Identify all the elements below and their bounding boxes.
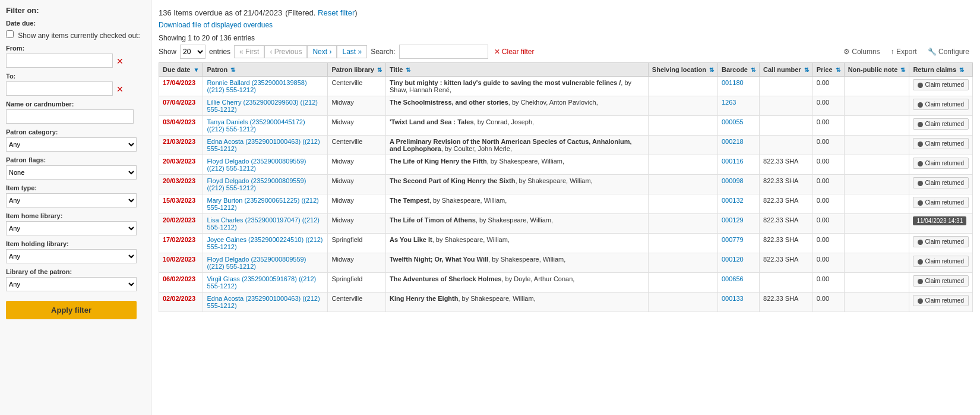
next-page-button[interactable]: Next › xyxy=(307,45,337,58)
barcode-link[interactable]: 000779 xyxy=(722,236,744,243)
last-page-button[interactable]: Last » xyxy=(337,45,367,58)
shelving-location-cell xyxy=(648,116,717,136)
reset-filter-link[interactable]: Reset filter xyxy=(318,8,355,17)
non-public-note-cell xyxy=(844,293,909,312)
title-cell: A Preliminary Revision of the North Amer… xyxy=(385,136,648,155)
date-due-group: Date due: xyxy=(6,20,145,27)
barcode-link[interactable]: 000656 xyxy=(722,275,744,282)
patron-link[interactable]: Virgil Glass (23529000591678) ((212) 555… xyxy=(207,275,316,290)
export-button[interactable]: ↑ Export xyxy=(887,46,921,58)
claim-returned-button[interactable]: Claim returned xyxy=(913,158,969,169)
show-checked-out-checkbox[interactable] xyxy=(6,30,14,38)
patron-link[interactable]: Floyd Delgado (23529000809559) ((212) 55… xyxy=(207,256,306,270)
col-title[interactable]: Title ⇅ xyxy=(385,63,648,77)
clear-filter-button[interactable]: ✕ Clear filter xyxy=(492,46,537,57)
patron-link[interactable]: Floyd Delgado (23529000809559) ((212) 55… xyxy=(207,177,306,191)
claim-returned-button[interactable]: Claim returned xyxy=(913,138,969,149)
previous-page-button[interactable]: ‹ Previous xyxy=(264,45,307,58)
show-select[interactable]: 20 50 100 xyxy=(180,45,206,59)
download-link[interactable]: Download file of displayed overdues xyxy=(159,21,973,29)
library-patron-group: Library of the patron: Any xyxy=(6,268,145,291)
table-row: 20/03/2023Floyd Delgado (23529000809559)… xyxy=(159,155,973,175)
shelving-location-cell xyxy=(648,96,717,116)
table-row: 15/03/2023Mary Burton (23529000651225) (… xyxy=(159,194,973,214)
barcode-link[interactable]: 000132 xyxy=(722,197,744,204)
barcode-link[interactable]: 000120 xyxy=(722,256,744,263)
col-call-number[interactable]: Call number ⇅ xyxy=(760,63,813,77)
col-shelving-location[interactable]: Shelving location ⇅ xyxy=(648,63,717,77)
call-number-cell: 822.33 SHA xyxy=(760,253,813,273)
main-content: 136 Items overdue as of 21/04/2023 (Filt… xyxy=(151,0,980,415)
col-non-public-note[interactable]: Non-public note ⇅ xyxy=(844,63,909,77)
from-clear-button[interactable]: ✕ xyxy=(115,56,125,66)
patron-link[interactable]: Ronnie Ballard (23529000139858) ((212) 5… xyxy=(207,79,306,93)
claim-returned-button[interactable]: Claim returned xyxy=(913,177,969,188)
apply-filter-button[interactable]: Apply filter xyxy=(6,301,137,319)
search-input[interactable] xyxy=(399,45,488,59)
table-row: 02/02/2023Edna Acosta (23529001000463) (… xyxy=(159,293,973,312)
library-patron-select[interactable]: Any xyxy=(6,277,137,291)
item-holding-library-select[interactable]: Any xyxy=(6,249,137,263)
pagination: « First ‹ Previous Next › Last » xyxy=(234,45,367,58)
shelving-location-cell xyxy=(648,175,717,194)
patron-link[interactable]: Lisa Charles (23529000197047) ((212) 555… xyxy=(207,216,320,231)
table-row: 07/04/2023Lillie Cherry (23529000299603)… xyxy=(159,96,973,116)
entries-label: entries xyxy=(209,48,230,56)
col-barcode[interactable]: Barcode ⇅ xyxy=(717,63,759,77)
col-price[interactable]: Price ⇅ xyxy=(813,63,844,77)
shelving-location-cell xyxy=(648,253,717,273)
claim-returned-button[interactable]: Claim returned xyxy=(913,118,969,130)
barcode-link[interactable]: 001180 xyxy=(722,79,744,86)
to-clear-button[interactable]: ✕ xyxy=(115,84,125,94)
due-date-cell: 17/02/2023 xyxy=(163,236,195,243)
first-page-button[interactable]: « First xyxy=(234,45,264,58)
barcode-link[interactable]: 000129 xyxy=(722,216,744,224)
to-group: To: ✕ xyxy=(6,73,145,96)
from-label: From: xyxy=(6,45,145,52)
item-holding-library-label: Item holding library: xyxy=(6,240,145,247)
item-type-select[interactable]: Any xyxy=(6,193,137,208)
claim-returned-button[interactable]: Claim returned xyxy=(913,99,969,110)
claim-returned-button[interactable]: Claim returned xyxy=(913,236,969,247)
patron-link[interactable]: Floyd Delgado (23529000809559) ((212) 55… xyxy=(207,158,306,172)
patron-category-select[interactable]: Any xyxy=(6,137,137,152)
barcode-link[interactable]: 000133 xyxy=(722,295,744,302)
col-patron[interactable]: Patron ⇅ xyxy=(203,63,328,77)
name-input[interactable] xyxy=(6,109,134,124)
non-public-note-cell xyxy=(844,136,909,155)
item-home-library-group: Item home library: Any xyxy=(6,212,145,235)
barcode-link[interactable]: 000218 xyxy=(722,138,744,145)
patron-library-cell: Centerville xyxy=(328,136,386,155)
patron-link[interactable]: Tanya Daniels (23529000445172) ((212) 55… xyxy=(207,118,305,133)
patron-link[interactable]: Edna Acosta (23529001000463) ((212) 555-… xyxy=(207,295,320,309)
barcode-link[interactable]: 1263 xyxy=(722,99,736,106)
patron-library-cell: Midway xyxy=(328,96,386,116)
claim-badge: 11/04/2023 14:31 xyxy=(913,216,966,225)
claim-returned-button[interactable]: Claim returned xyxy=(913,197,969,208)
patron-link[interactable]: Edna Acosta (23529001000463) ((212) 555-… xyxy=(207,138,320,152)
claim-returned-button[interactable]: Claim returned xyxy=(913,295,969,306)
patron-link[interactable]: Lillie Cherry (23529000299603) ((212) 55… xyxy=(207,99,318,113)
col-return-claims[interactable]: Return claims ⇅ xyxy=(909,63,973,77)
claim-returned-button[interactable]: Claim returned xyxy=(913,275,969,287)
to-input[interactable] xyxy=(6,81,113,96)
patron-link[interactable]: Joyce Gaines (23529000224510) ((212) 555… xyxy=(207,236,323,250)
col-patron-library[interactable]: Patron library ⇅ xyxy=(328,63,386,77)
claim-returned-button[interactable]: Claim returned xyxy=(913,256,969,267)
patron-link[interactable]: Mary Burton (23529000651225) ((212) 555-… xyxy=(207,197,318,211)
title-cell: Tiny but mighty : kitten lady's guide to… xyxy=(385,77,648,96)
from-input[interactable] xyxy=(6,54,113,68)
claim-returned-button[interactable]: Claim returned xyxy=(913,79,969,90)
show-checked-out-group: Show any items currently checked out: xyxy=(6,30,145,40)
non-public-note-cell xyxy=(844,234,909,253)
configure-button[interactable]: 🔧 Configure xyxy=(924,46,973,58)
barcode-link[interactable]: 000116 xyxy=(722,158,744,165)
patron-library-cell: Midway xyxy=(328,116,386,136)
patron-flags-select[interactable]: None xyxy=(6,165,137,180)
col-due-date[interactable]: Due date ▼ xyxy=(159,63,203,77)
patron-library-cell: Midway xyxy=(328,194,386,214)
barcode-link[interactable]: 000098 xyxy=(722,177,744,184)
barcode-link[interactable]: 000055 xyxy=(722,118,744,125)
columns-button[interactable]: ⚙ Columns xyxy=(840,46,884,58)
item-home-library-select[interactable]: Any xyxy=(6,221,137,235)
